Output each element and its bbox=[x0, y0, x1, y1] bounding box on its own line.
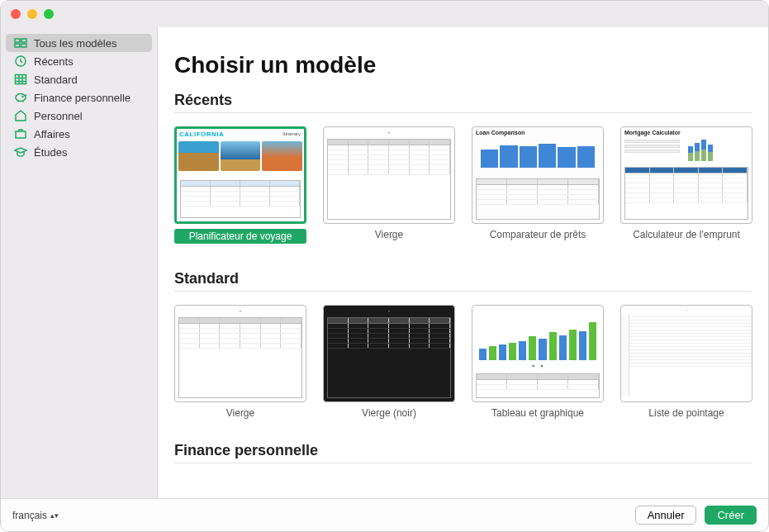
zoom-icon[interactable] bbox=[44, 9, 54, 19]
language-label: français bbox=[12, 510, 47, 521]
template-label: Calculateur de l'emprunt bbox=[620, 229, 752, 240]
sidebar-item-label: Tous les modèles bbox=[34, 37, 116, 50]
template-blank-dark[interactable]: · Vierge (noir) bbox=[323, 305, 455, 419]
sidebar-item-all-templates[interactable]: Tous les modèles bbox=[6, 34, 152, 52]
template-thumbnail: · bbox=[174, 305, 306, 402]
thumbnail-subtitle: Itinerary bbox=[282, 131, 301, 136]
template-mortgage-calculator[interactable]: Mortgage Calculator bbox=[620, 126, 752, 247]
section-row-recents: CALIFORNIA Itinerary Plan bbox=[174, 116, 768, 262]
table-icon bbox=[14, 73, 27, 86]
template-table-chart[interactable]: ■■ Tableau et graphique bbox=[472, 305, 604, 419]
thumbnail-title: Mortgage Calculator bbox=[621, 127, 752, 138]
sidebar: Tous les modèles Récents Standard Financ… bbox=[1, 27, 158, 498]
svg-rect-2 bbox=[15, 44, 20, 47]
template-blank-std[interactable]: · Vierge bbox=[174, 305, 306, 419]
template-thumbnail: · bbox=[323, 305, 455, 402]
sidebar-item-label: Standard bbox=[34, 74, 78, 86]
sidebar-item-business[interactable]: Affaires bbox=[6, 125, 152, 143]
template-label: Liste de pointage bbox=[620, 407, 752, 419]
sidebar-item-label: Affaires bbox=[34, 128, 70, 140]
svg-point-7 bbox=[22, 97, 23, 97]
sidebar-item-label: Finance personnelle bbox=[34, 92, 131, 104]
svg-rect-3 bbox=[21, 44, 26, 47]
svg-rect-0 bbox=[15, 39, 20, 42]
template-loan-comparison[interactable]: Loan Comparison Comparateur de prêts bbox=[472, 126, 604, 247]
template-thumbnail: ■■ bbox=[472, 305, 604, 402]
piggy-icon bbox=[14, 91, 27, 104]
template-travel-planner[interactable]: CALIFORNIA Itinerary Plan bbox=[174, 126, 306, 247]
sidebar-item-finance[interactable]: Finance personnelle bbox=[6, 88, 152, 107]
page-title: Choisir un modèle bbox=[174, 52, 768, 78]
template-thumbnail: Loan Comparison bbox=[472, 126, 604, 224]
language-selector[interactable]: français ▴▾ bbox=[12, 510, 59, 521]
template-thumbnail: CALIFORNIA Itinerary bbox=[174, 126, 306, 224]
titlebar[interactable] bbox=[1, 1, 768, 27]
graduation-icon bbox=[14, 145, 27, 159]
window-controls bbox=[11, 9, 54, 19]
sidebar-item-label: Personnel bbox=[34, 110, 83, 122]
thumbnail-title: Loan Comparison bbox=[472, 127, 603, 138]
home-icon bbox=[14, 109, 27, 122]
template-chooser[interactable]: Choisir un modèle Récents CALIFORNIA Iti… bbox=[158, 27, 768, 498]
sidebar-item-label: Études bbox=[34, 146, 67, 159]
close-icon[interactable] bbox=[11, 9, 21, 19]
template-thumbnail: · bbox=[620, 305, 752, 402]
sidebar-item-standard[interactable]: Standard bbox=[6, 70, 152, 88]
template-blank[interactable]: · Vierge bbox=[323, 126, 455, 247]
template-thumbnail: · bbox=[323, 126, 455, 224]
briefcase-icon bbox=[14, 127, 27, 140]
sidebar-item-personal[interactable]: Personnel bbox=[6, 107, 152, 125]
svg-rect-1 bbox=[21, 39, 26, 42]
template-thumbnail: Mortgage Calculator bbox=[620, 126, 752, 224]
section-heading-recents: Récents bbox=[174, 92, 752, 113]
template-checklist[interactable]: · Liste de pointage bbox=[620, 305, 752, 419]
template-label: Tableau et graphique bbox=[472, 407, 604, 419]
svg-rect-5 bbox=[16, 75, 26, 84]
minimize-icon[interactable] bbox=[27, 9, 37, 19]
template-label: Vierge bbox=[174, 407, 306, 419]
svg-point-6 bbox=[16, 94, 26, 102]
sidebar-item-recents[interactable]: Récents bbox=[6, 52, 152, 70]
footer: français ▴▾ Annuler Créer bbox=[1, 498, 768, 531]
section-heading-finance: Finance personnelle bbox=[174, 442, 752, 463]
sidebar-item-studies[interactable]: Études bbox=[6, 143, 152, 161]
template-label: Vierge (noir) bbox=[323, 407, 455, 419]
template-label: Comparateur de prêts bbox=[472, 229, 604, 240]
section-heading-standard: Standard bbox=[174, 270, 752, 292]
grid-icon bbox=[14, 36, 27, 50]
svg-rect-8 bbox=[16, 131, 26, 138]
cancel-button[interactable]: Annuler bbox=[635, 506, 697, 525]
clock-icon bbox=[14, 55, 27, 68]
sidebar-item-label: Récents bbox=[34, 55, 74, 68]
chevron-updown-icon: ▴▾ bbox=[50, 513, 59, 518]
template-label: Vierge bbox=[323, 229, 455, 240]
section-row-standard: · Vierge · bbox=[174, 295, 768, 434]
create-button[interactable]: Créer bbox=[705, 506, 757, 525]
template-label: Planificateur de voyage bbox=[174, 229, 306, 244]
